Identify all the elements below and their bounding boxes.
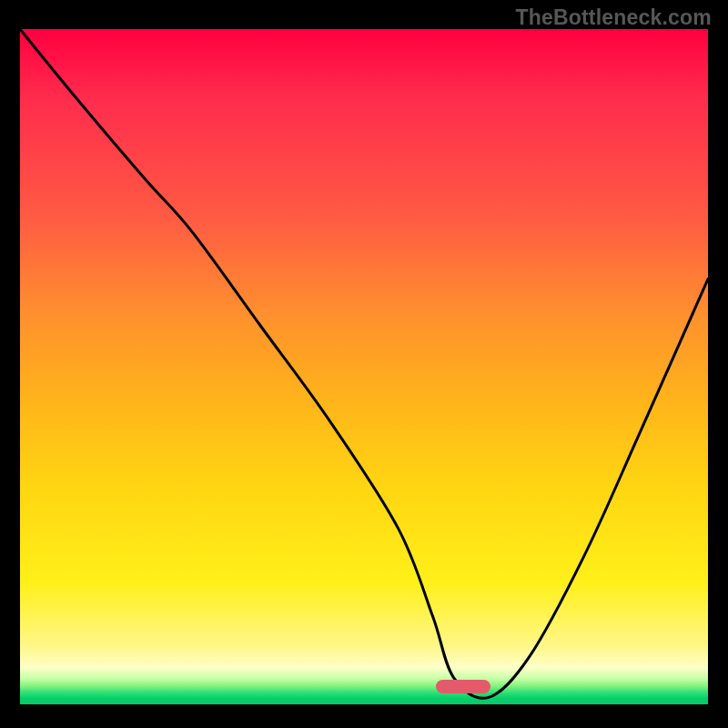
optimal-marker [436,680,490,693]
bottleneck-curve-path [20,29,708,698]
app-frame: TheBottleneck.com [0,0,728,728]
watermark-text: TheBottleneck.com [515,5,712,30]
bottleneck-curve [20,29,708,704]
plot-area [20,29,708,704]
